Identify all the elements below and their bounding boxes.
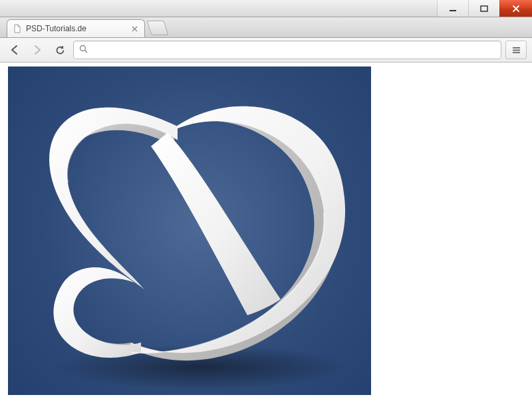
close-icon [512,5,520,13]
maximize-button[interactable] [468,0,499,17]
hamburger-icon [511,45,521,55]
tab-close-button[interactable] [130,24,139,33]
close-button[interactable] [499,0,532,17]
main-menu-button[interactable] [505,41,527,59]
minimize-button[interactable] [437,0,468,17]
file-icon [13,24,22,33]
os-titlebar [0,0,532,17]
svg-point-2 [80,46,86,51]
close-icon [132,26,138,32]
svg-rect-5 [513,49,520,51]
url-input[interactable] [92,45,495,56]
content-image [8,66,371,395]
page-viewport[interactable] [0,63,532,399]
back-button[interactable] [5,41,24,59]
page-content [8,66,371,395]
reload-button[interactable] [51,41,69,59]
svg-rect-4 [513,47,520,49]
minimize-icon [449,5,457,13]
browser-window: PSD-Tutorials.de [0,0,532,399]
svg-rect-0 [450,10,456,11]
address-bar[interactable] [73,41,501,59]
tab-title: PSD-Tutorials.de [26,24,126,33]
svg-rect-6 [513,52,520,53]
arrow-right-icon [31,44,43,56]
maximize-icon [480,5,488,13]
arrow-left-icon [9,44,21,56]
reload-icon [55,45,66,56]
forward-button[interactable] [28,41,47,59]
svg-line-3 [85,51,88,53]
tab-active[interactable]: PSD-Tutorials.de [7,19,145,37]
tab-strip: PSD-Tutorials.de [0,17,532,38]
svg-rect-1 [481,6,487,11]
search-icon [79,45,88,55]
navigation-toolbar [0,38,532,63]
new-tab-button[interactable] [146,21,168,35]
